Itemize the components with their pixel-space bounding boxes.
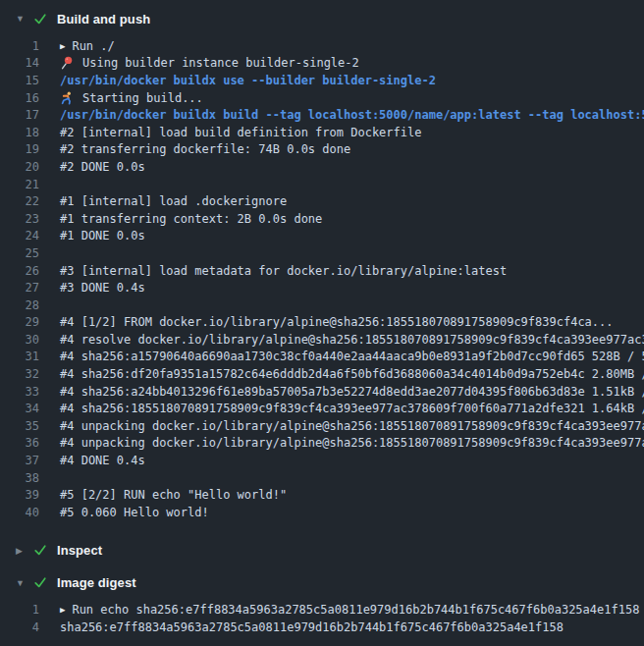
line-number[interactable]: 14 xyxy=(0,56,39,70)
line-text: #4 sha256:a24bb4013296f61e89ba57005a7b3e… xyxy=(60,385,644,399)
line-text: Run ./ xyxy=(72,39,114,53)
line-content: #4 sha256:a15790640a6690aa1730c38cf0a440… xyxy=(60,350,644,363)
log-line: 14 Using builder instance builder-single… xyxy=(0,55,644,73)
line-number[interactable]: 23 xyxy=(0,212,39,226)
line-content: #4 sha256:a24bb4013296f61e89ba57005a7b3e… xyxy=(60,385,644,399)
line-text: #4 sha256:a15790640a6690aa1730c38cf0a440… xyxy=(60,350,644,363)
log-line: 28 xyxy=(0,296,644,314)
line-text: Using builder instance builder-single-2 xyxy=(82,56,359,70)
play-icon[interactable]: ▶ xyxy=(60,41,65,51)
line-text: Starting build... xyxy=(82,91,203,105)
section-title: Image digest xyxy=(57,575,136,590)
log-line: 38 xyxy=(0,469,644,487)
line-content: ▶Run ./ xyxy=(60,39,115,53)
line-content: #5 0.060 Hello world! xyxy=(60,506,209,519)
line-number[interactable]: 37 xyxy=(0,454,39,467)
line-text: #3 DONE 0.4s xyxy=(60,281,145,295)
section-log-lines: 1 ▶Run echo sha256:e7ff8834a5963a2785c5a… xyxy=(0,598,644,646)
log-line: 4 sha256:e7ff8834a5963a2785c5a0811e979d1… xyxy=(0,619,644,636)
line-number[interactable]: 16 xyxy=(0,91,39,105)
line-text: #4 DONE 0.4s xyxy=(60,454,145,467)
line-text: #1 [internal] load .dockerignore xyxy=(60,194,287,208)
log-line: 25 xyxy=(0,244,644,262)
log-line: 29 #4 [1/2] FROM docker.io/library/alpin… xyxy=(0,314,644,332)
log-line: 39 #5 [2/2] RUN echo "Hello world!" xyxy=(0,486,644,504)
line-number[interactable]: 35 xyxy=(0,419,39,433)
log-line: 30 #4 resolve docker.io/library/alpine@s… xyxy=(0,331,644,349)
log-line: 36 #4 unpacking docker.io/library/alpine… xyxy=(0,435,644,453)
line-text: #4 sha256:df20fa9351a15782c64e6dddb2d4a6… xyxy=(60,367,644,381)
log-line: 1 ▶Run ./ xyxy=(0,37,644,55)
line-text: #4 sha256:185518070891758909c9f839cf4ca3… xyxy=(60,402,644,415)
line-content: #3 DONE 0.4s xyxy=(60,281,145,295)
line-content: #4 sha256:185518070891758909c9f839cf4ca3… xyxy=(60,402,644,415)
section-log-lines: 1 ▶Run ./ 14 Using builder instance buil… xyxy=(0,33,644,533)
line-number[interactable]: 33 xyxy=(0,385,39,399)
line-content: #1 [internal] load .dockerignore xyxy=(60,194,287,208)
section-header[interactable]: ▼ Image digest xyxy=(0,568,644,598)
line-number[interactable]: 15 xyxy=(0,74,39,87)
line-content: Starting build... xyxy=(60,91,203,105)
line-content: #2 transferring dockerfile: 74B 0.0s don… xyxy=(60,142,350,156)
line-text: Run echo sha256:e7ff8834a5963a2785c5a081… xyxy=(72,603,639,617)
pushpin-icon xyxy=(60,56,75,70)
line-number[interactable]: 22 xyxy=(0,194,39,208)
line-text: #2 transferring dockerfile: 74B 0.0s don… xyxy=(60,142,350,156)
line-text: #5 [2/2] RUN echo "Hello world!" xyxy=(60,488,287,502)
line-content: #5 [2/2] RUN echo "Hello world!" xyxy=(60,488,287,502)
section-title: Inspect xyxy=(57,543,102,558)
line-content: #4 unpacking docker.io/library/alpine@sh… xyxy=(60,436,644,450)
section-header[interactable]: ▼ Build and push xyxy=(0,4,644,33)
line-number[interactable]: 17 xyxy=(0,108,39,122)
log-line: 22 #1 [internal] load .dockerignore xyxy=(0,192,644,210)
line-number[interactable]: 32 xyxy=(0,367,39,381)
chevron-down-icon: ▼ xyxy=(16,578,33,588)
log-line: 27 #3 DONE 0.4s xyxy=(0,279,644,296)
line-number[interactable]: 39 xyxy=(0,488,39,502)
line-text: #4 unpacking docker.io/library/alpine@sh… xyxy=(60,419,644,433)
line-number[interactable]: 18 xyxy=(0,126,39,139)
line-number[interactable]: 34 xyxy=(0,402,39,415)
line-text: #4 [1/2] FROM docker.io/library/alpine@s… xyxy=(60,315,614,329)
line-text: #3 [internal] load metadata for docker.i… xyxy=(60,264,507,278)
line-number[interactable]: 36 xyxy=(0,436,39,450)
line-content: #4 DONE 0.4s xyxy=(60,454,145,467)
line-number[interactable]: 29 xyxy=(0,315,39,329)
actions-log-viewer[interactable]: ▼ Build and push 1 ▶Run ./ 14 Using buil… xyxy=(0,4,644,646)
play-icon[interactable]: ▶ xyxy=(60,605,65,615)
line-content: #2 [internal] load build definition from… xyxy=(60,126,421,139)
line-number[interactable]: 1 xyxy=(0,39,39,53)
line-number[interactable]: 40 xyxy=(0,506,39,519)
line-number[interactable]: 21 xyxy=(0,178,39,191)
log-line: 33 #4 sha256:a24bb4013296f61e89ba57005a7… xyxy=(0,383,644,401)
check-icon xyxy=(33,544,55,557)
line-content: /usr/bin/docker buildx use --builder bui… xyxy=(60,74,436,87)
log-line: 20 #2 DONE 0.0s xyxy=(0,158,644,176)
line-number[interactable]: 28 xyxy=(0,298,39,312)
line-number[interactable]: 27 xyxy=(0,281,39,295)
line-text: #1 DONE 0.0s xyxy=(60,229,145,242)
section-header[interactable]: ▶ Inspect xyxy=(0,536,644,565)
log-line: 37 #4 DONE 0.4s xyxy=(0,452,644,469)
line-number[interactable]: 38 xyxy=(0,471,39,485)
line-content: #1 DONE 0.0s xyxy=(60,229,145,242)
line-number[interactable]: 31 xyxy=(0,350,39,363)
line-number[interactable]: 19 xyxy=(0,142,39,156)
line-number[interactable]: 1 xyxy=(0,603,39,617)
line-number[interactable]: 4 xyxy=(0,620,39,634)
line-number[interactable]: 30 xyxy=(0,333,39,347)
line-number[interactable]: 26 xyxy=(0,264,39,278)
log-section: ▼ Build and push 1 ▶Run ./ 14 Using buil… xyxy=(0,4,644,533)
log-line: 17 /usr/bin/docker buildx build --tag lo… xyxy=(0,106,644,124)
log-line: 18 #2 [internal] load build definition f… xyxy=(0,124,644,141)
log-section: ▶ Inspect xyxy=(0,536,644,565)
line-number[interactable]: 20 xyxy=(0,160,39,174)
line-number[interactable]: 24 xyxy=(0,229,39,242)
line-content: #3 [internal] load metadata for docker.i… xyxy=(60,264,507,278)
log-line: 34 #4 sha256:185518070891758909c9f839cf4… xyxy=(0,400,644,417)
line-number[interactable]: 25 xyxy=(0,246,39,260)
log-line: 35 #4 unpacking docker.io/library/alpine… xyxy=(0,417,644,435)
line-content: Using builder instance builder-single-2 xyxy=(60,56,359,70)
log-line: 26 #3 [internal] load metadata for docke… xyxy=(0,262,644,280)
line-content: ▶Run echo sha256:e7ff8834a5963a2785c5a08… xyxy=(60,603,639,617)
